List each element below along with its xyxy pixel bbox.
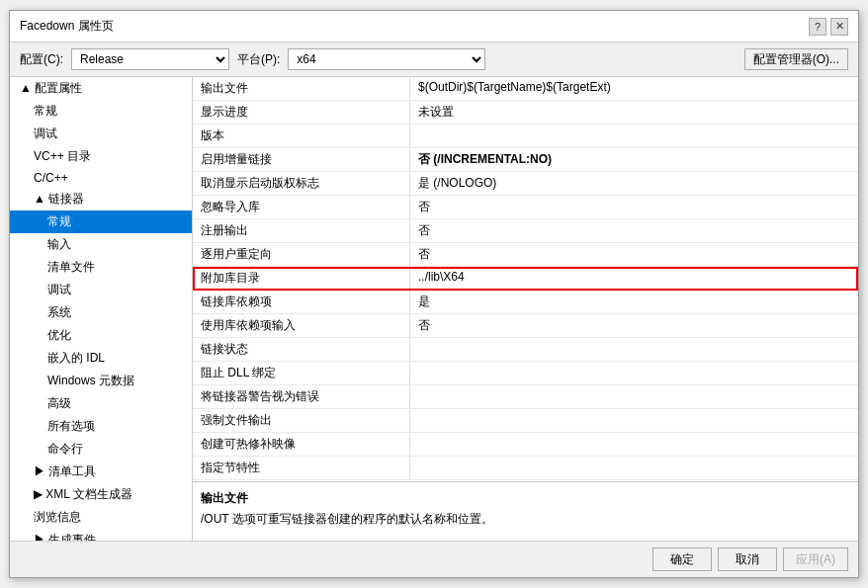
close-button[interactable]: ✕ bbox=[830, 18, 848, 36]
sidebar-item-linker-input[interactable]: 输入 bbox=[10, 233, 192, 256]
prop-row-8[interactable]: 附加库目录../lib\X64 bbox=[193, 267, 858, 291]
sidebar-item-linker-manifest[interactable]: 清单文件 bbox=[10, 256, 192, 279]
prop-row-3[interactable]: 启用增量链接否 (/INCREMENTAL:NO) bbox=[193, 148, 858, 172]
manage-config-button[interactable]: 配置管理器(O)... bbox=[744, 48, 848, 70]
prop-row-12[interactable]: 阻止 DLL 绑定 bbox=[193, 362, 858, 385]
help-button[interactable]: ? bbox=[809, 18, 826, 36]
prop-value-9: 是 bbox=[410, 291, 858, 313]
prop-row-4[interactable]: 取消显示启动版权标志是 (/NOLOGO) bbox=[193, 172, 858, 196]
prop-value-0: $(OutDir)$(TargetName)$(TargetExt) bbox=[410, 77, 858, 100]
platform-select[interactable]: x64 bbox=[288, 48, 485, 70]
prop-value-8: ../lib\X64 bbox=[410, 267, 858, 290]
prop-value-12 bbox=[410, 362, 858, 384]
prop-value-16 bbox=[410, 457, 858, 479]
prop-value-7: 否 bbox=[410, 243, 858, 266]
sidebar-item-manifest-tool[interactable]: ▶ 清单工具 bbox=[10, 461, 192, 483]
apply-button[interactable]: 应用(A) bbox=[783, 547, 848, 571]
title-controls: ? ✕ bbox=[809, 18, 848, 36]
prop-name-4: 取消显示启动版权标志 bbox=[193, 172, 410, 195]
prop-row-14[interactable]: 强制文件输出 bbox=[193, 409, 858, 433]
sidebar-item-linker[interactable]: ▲ 链接器 bbox=[10, 188, 192, 210]
prop-row-9[interactable]: 链接库依赖项是 bbox=[193, 291, 858, 314]
sidebar-item-linker-idl[interactable]: 嵌入的 IDL bbox=[10, 347, 192, 370]
prop-name-8: 附加库目录 bbox=[193, 267, 410, 290]
prop-name-13: 将链接器警告视为错误 bbox=[193, 385, 410, 408]
sidebar-item-linker-winmeta[interactable]: Windows 元数据 bbox=[10, 370, 192, 392]
prop-name-11: 链接状态 bbox=[193, 338, 410, 361]
prop-name-16: 指定节特性 bbox=[193, 457, 410, 479]
prop-value-10: 否 bbox=[410, 314, 858, 337]
properties-dialog: Facedown 属性页 ? ✕ 配置(C): Release 平台(P): x… bbox=[9, 10, 859, 578]
bottom-bar: 确定 取消 应用(A) bbox=[10, 541, 858, 577]
prop-value-13 bbox=[410, 385, 858, 408]
sidebar-item-cmdline[interactable]: 命令行 bbox=[10, 438, 192, 461]
sidebar-item-linker-debug[interactable]: 调试 bbox=[10, 279, 192, 301]
prop-name-10: 使用库依赖项输入 bbox=[193, 314, 410, 337]
prop-row-0[interactable]: 输出文件$(OutDir)$(TargetName)$(TargetExt) bbox=[193, 77, 858, 101]
prop-row-11[interactable]: 链接状态 bbox=[193, 338, 858, 362]
description-area: 输出文件 /OUT 选项可重写链接器创建的程序的默认名称和位置。 bbox=[193, 481, 858, 541]
toolbar: 配置(C): Release 平台(P): x64 配置管理器(O)... bbox=[10, 42, 858, 77]
prop-name-6: 注册输出 bbox=[193, 219, 410, 242]
platform-label: 平台(P): bbox=[237, 51, 280, 68]
property-table: 输出文件$(OutDir)$(TargetName)$(TargetExt)显示… bbox=[193, 77, 858, 481]
description-text: /OUT 选项可重写链接器创建的程序的默认名称和位置。 bbox=[201, 511, 850, 528]
prop-value-11 bbox=[410, 338, 858, 361]
sidebar-item-browse-info[interactable]: 浏览信息 bbox=[10, 506, 192, 529]
sidebar-item-linker-general[interactable]: 常规 bbox=[10, 210, 192, 233]
title-bar: Facedown 属性页 ? ✕ bbox=[10, 11, 858, 42]
prop-value-3: 否 (/INCREMENTAL:NO) bbox=[410, 148, 858, 171]
prop-name-15: 创建可热修补映像 bbox=[193, 433, 410, 456]
prop-name-7: 逐用户重定向 bbox=[193, 243, 410, 266]
prop-row-13[interactable]: 将链接器警告视为错误 bbox=[193, 385, 858, 409]
sidebar-item-linker-optimize[interactable]: 优化 bbox=[10, 324, 192, 347]
prop-name-9: 链接库依赖项 bbox=[193, 291, 410, 313]
prop-row-15[interactable]: 创建可热修补映像 bbox=[193, 433, 858, 457]
prop-name-1: 显示进度 bbox=[193, 101, 410, 124]
sidebar-item-linker-system[interactable]: 系统 bbox=[10, 301, 192, 324]
prop-value-1: 未设置 bbox=[410, 101, 858, 124]
ok-button[interactable]: 确定 bbox=[652, 547, 712, 571]
prop-row-10[interactable]: 使用库依赖项输入否 bbox=[193, 314, 858, 338]
content-area: 输出文件$(OutDir)$(TargetName)$(TargetExt)显示… bbox=[193, 77, 858, 541]
main-area: ▲ 配置属性常规调试VC++ 目录C/C++▲ 链接器常规输入清单文件调试系统优… bbox=[10, 77, 858, 541]
prop-row-2[interactable]: 版本 bbox=[193, 125, 858, 148]
prop-row-1[interactable]: 显示进度未设置 bbox=[193, 101, 858, 125]
sidebar-item-xml-gen[interactable]: ▶ XML 文档生成器 bbox=[10, 483, 192, 506]
prop-value-2 bbox=[410, 125, 858, 147]
prop-value-15 bbox=[410, 433, 858, 456]
prop-value-5: 否 bbox=[410, 196, 858, 218]
sidebar-item-vc-dirs[interactable]: VC++ 目录 bbox=[10, 145, 192, 168]
prop-row-6[interactable]: 注册输出否 bbox=[193, 219, 858, 243]
sidebar-item-linker-all[interactable]: 所有选项 bbox=[10, 415, 192, 438]
prop-row-7[interactable]: 逐用户重定向否 bbox=[193, 243, 858, 267]
dialog-title: Facedown 属性页 bbox=[20, 18, 114, 35]
sidebar-item-build-events[interactable]: ▶ 生成事件 bbox=[10, 529, 192, 541]
config-label: 配置(C): bbox=[20, 51, 63, 68]
prop-value-14 bbox=[410, 409, 858, 432]
prop-name-0: 输出文件 bbox=[193, 77, 410, 100]
sidebar-item-cpp[interactable]: C/C++ bbox=[10, 168, 192, 188]
prop-value-4: 是 (/NOLOGO) bbox=[410, 172, 858, 195]
prop-name-14: 强制文件输出 bbox=[193, 409, 410, 432]
sidebar: ▲ 配置属性常规调试VC++ 目录C/C++▲ 链接器常规输入清单文件调试系统优… bbox=[10, 77, 193, 541]
sidebar-item-general[interactable]: 常规 bbox=[10, 100, 192, 123]
prop-value-6: 否 bbox=[410, 219, 858, 242]
sidebar-item-debug[interactable]: 调试 bbox=[10, 123, 192, 145]
prop-name-3: 启用增量链接 bbox=[193, 148, 410, 171]
sidebar-item-config-props[interactable]: ▲ 配置属性 bbox=[10, 77, 192, 100]
prop-name-2: 版本 bbox=[193, 125, 410, 147]
prop-row-16[interactable]: 指定节特性 bbox=[193, 457, 858, 480]
prop-name-12: 阻止 DLL 绑定 bbox=[193, 362, 410, 384]
description-title: 输出文件 bbox=[201, 490, 850, 507]
cancel-button[interactable]: 取消 bbox=[718, 547, 777, 571]
config-select[interactable]: Release bbox=[71, 48, 229, 70]
prop-row-5[interactable]: 忽略导入库否 bbox=[193, 196, 858, 219]
sidebar-item-linker-advanced[interactable]: 高级 bbox=[10, 392, 192, 415]
prop-name-5: 忽略导入库 bbox=[193, 196, 410, 218]
